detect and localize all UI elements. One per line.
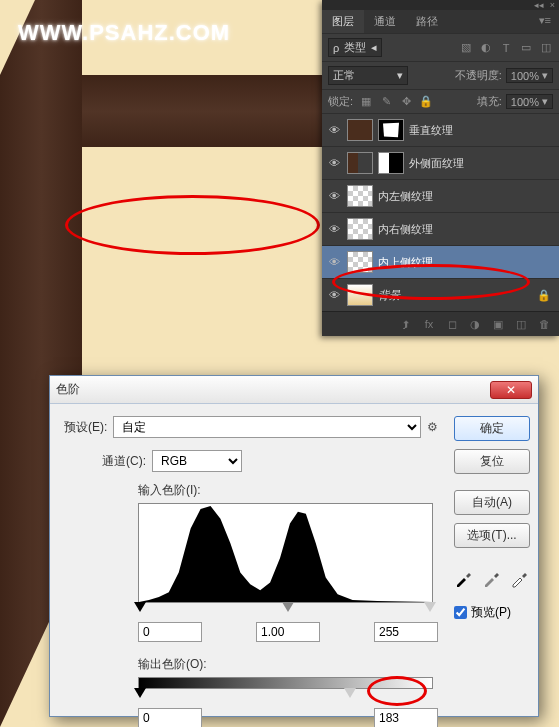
input-white-field[interactable] [374, 622, 438, 642]
layer-thumb[interactable] [347, 152, 373, 174]
channel-select[interactable]: RGB [152, 450, 242, 472]
preview-checkbox[interactable] [454, 606, 467, 619]
link-icon[interactable]: ⮭ [399, 317, 413, 331]
layer-item[interactable]: 👁 内右侧纹理 [322, 212, 559, 245]
layer-name[interactable]: 垂直纹理 [409, 123, 555, 138]
lock-label: 锁定: [328, 94, 353, 109]
lock-move-icon[interactable]: ✥ [399, 95, 413, 109]
tab-layers[interactable]: 图层 [322, 10, 364, 33]
levels-dialog: 色阶 ✕ 预设(E): 自定 ⚙ 通道(C): RGB 输入色阶(I): [49, 375, 539, 717]
preset-label: 预设(E): [64, 419, 107, 436]
close-icon[interactable]: × [550, 0, 555, 10]
watermark-text: WWW.PSAHZ.COM [18, 20, 230, 46]
blend-mode-select[interactable]: 正常▾ [328, 66, 408, 85]
white-point-handle[interactable] [424, 602, 436, 612]
eyedropper-white-icon[interactable] [510, 568, 530, 588]
layer-name[interactable]: 内左侧纹理 [378, 189, 555, 204]
delete-icon[interactable]: 🗑 [537, 317, 551, 331]
layer-item[interactable]: 👁 外侧面纹理 [322, 146, 559, 179]
preview-label: 预览(P) [471, 604, 511, 621]
tab-channels[interactable]: 通道 [364, 10, 406, 33]
visibility-icon[interactable]: 👁 [326, 157, 342, 169]
collapse-icon[interactable]: ◂◂ [534, 0, 544, 10]
lock-transparent-icon[interactable]: ▦ [359, 95, 373, 109]
dialog-titlebar[interactable]: 色阶 ✕ [50, 376, 538, 404]
lock-paint-icon[interactable]: ✎ [379, 95, 393, 109]
fill-value[interactable]: 100% ▾ [506, 94, 553, 109]
annotation-ellipse-output [367, 676, 427, 706]
visibility-icon[interactable]: 👁 [326, 256, 342, 268]
black-point-handle[interactable] [134, 602, 146, 612]
preset-select[interactable]: 自定 [113, 416, 421, 438]
auto-button[interactable]: 自动(A) [454, 490, 530, 515]
new-layer-icon[interactable]: ◫ [514, 317, 528, 331]
output-black-handle[interactable] [134, 688, 146, 698]
fx-icon[interactable]: fx [422, 317, 436, 331]
gray-point-handle[interactable] [282, 602, 294, 612]
group-icon[interactable]: ▣ [491, 317, 505, 331]
layer-name[interactable]: 内右侧纹理 [378, 222, 555, 237]
panel-tabs: 图层 通道 路径 ▾≡ [322, 10, 559, 33]
output-black-field[interactable] [138, 708, 202, 727]
panel-controls: ◂◂ × [322, 0, 559, 10]
opacity-value[interactable]: 100% ▾ [506, 68, 553, 83]
visibility-icon[interactable]: 👁 [326, 289, 342, 301]
filter-adjust-icon[interactable]: ◐ [479, 41, 493, 55]
output-white-field[interactable] [374, 708, 438, 727]
adjustment-icon[interactable]: ◑ [468, 317, 482, 331]
layer-thumb[interactable] [347, 119, 373, 141]
filter-image-icon[interactable]: ▧ [459, 41, 473, 55]
filter-type-icon[interactable]: T [499, 41, 513, 55]
lock-all-icon[interactable]: 🔒 [419, 95, 433, 109]
filter-row: ρ 类型 ◂ ▧ ◐ T ▭ ◫ [322, 33, 559, 61]
cancel-button[interactable]: 复位 [454, 449, 530, 474]
close-button[interactable]: ✕ [490, 381, 532, 399]
channel-label: 通道(C): [102, 453, 146, 470]
eyedropper-gray-icon[interactable] [482, 568, 502, 588]
layer-item[interactable]: 👁 垂直纹理 [322, 113, 559, 146]
tab-paths[interactable]: 路径 [406, 10, 448, 33]
output-white-handle[interactable] [344, 688, 356, 698]
layers-footer: ⮭ fx ◻ ◑ ▣ ◫ 🗑 [322, 311, 559, 336]
ok-button[interactable]: 确定 [454, 416, 530, 441]
lock-row: 锁定: ▦ ✎ ✥ 🔒 填充: 100% ▾ [322, 89, 559, 113]
dialog-title: 色阶 [56, 381, 80, 398]
filter-shape-icon[interactable]: ▭ [519, 41, 533, 55]
blend-row: 正常▾ 不透明度: 100% ▾ [322, 61, 559, 89]
options-button[interactable]: 选项(T)... [454, 523, 530, 548]
preview-checkbox-row[interactable]: 预览(P) [454, 604, 530, 621]
mask-icon[interactable]: ◻ [445, 317, 459, 331]
layer-thumb[interactable] [347, 218, 373, 240]
opacity-label: 不透明度: [455, 68, 502, 83]
output-levels-label: 输出色阶(O): [138, 656, 438, 673]
lock-icon: 🔒 [537, 289, 555, 302]
fill-label: 填充: [477, 94, 502, 109]
layer-thumb[interactable] [347, 185, 373, 207]
layer-mask-thumb[interactable] [378, 152, 404, 174]
gear-icon[interactable]: ⚙ [427, 420, 438, 434]
visibility-icon[interactable]: 👁 [326, 223, 342, 235]
annotation-ellipse-layer [332, 264, 530, 300]
input-black-field[interactable] [138, 622, 202, 642]
input-slider[interactable] [138, 602, 437, 616]
histogram [138, 503, 433, 603]
input-mid-field[interactable] [256, 622, 320, 642]
visibility-icon[interactable]: 👁 [326, 190, 342, 202]
visibility-icon[interactable]: 👁 [326, 124, 342, 136]
annotation-ellipse-canvas [65, 195, 320, 255]
panel-menu-icon[interactable]: ▾≡ [531, 10, 559, 33]
filter-smart-icon[interactable]: ◫ [539, 41, 553, 55]
layer-name[interactable]: 外侧面纹理 [409, 156, 555, 171]
layer-mask-thumb[interactable] [378, 119, 404, 141]
layer-item[interactable]: 👁 内左侧纹理 [322, 179, 559, 212]
eyedropper-black-icon[interactable] [454, 568, 474, 588]
filter-kind-select[interactable]: ρ 类型 ◂ [328, 38, 382, 57]
input-levels-label: 输入色阶(I): [138, 482, 438, 499]
